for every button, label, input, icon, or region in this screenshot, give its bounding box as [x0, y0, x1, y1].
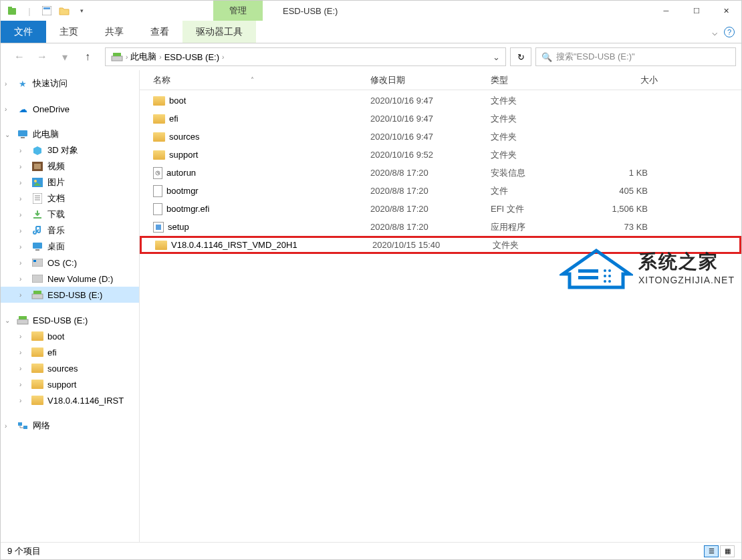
inf-icon [153, 167, 162, 179]
chevron-right-icon[interactable]: › [19, 227, 27, 235]
window-title: ESD-USB (E:) [283, 6, 338, 16]
up-button[interactable]: ↑ [80, 49, 96, 65]
svg-point-35 [604, 280, 606, 283]
sidebar-item-drive-tree[interactable]: ⌄ ESD-USB (E:) [1, 312, 139, 328]
table-row[interactable]: support 2020/10/16 9:52 文件夹 [140, 146, 741, 164]
column-name[interactable]: 名称˄ [140, 74, 364, 86]
chevron-down-icon[interactable]: ⌄ [5, 317, 13, 324]
chevron-right-icon[interactable]: › [19, 397, 27, 404]
chevron-right-icon[interactable]: › [19, 163, 27, 170]
view-icons-button[interactable]: ▦ [720, 545, 735, 557]
table-row[interactable]: bootmgr.efi 2020/8/8 17:20 EFI 文件 1,506 … [140, 200, 741, 218]
file-type: 应用程序 [484, 221, 584, 233]
qa-dropdown-icon[interactable]: ▾ [74, 3, 89, 18]
chevron-right-icon[interactable]: › [19, 211, 27, 219]
chevron-right-icon[interactable]: › [19, 275, 27, 283]
crumb-thispc[interactable]: 此电脑 [128, 51, 159, 63]
column-date[interactable]: 修改日期 [364, 74, 484, 86]
ribbon-collapse-icon[interactable]: ⌵ [712, 27, 717, 37]
chevron-right-icon[interactable]: › [19, 243, 27, 251]
sidebar-item[interactable]: › 桌面 [1, 239, 139, 255]
file-name: sources [169, 132, 200, 142]
sidebar-item[interactable]: › V18.0.4.1146_IRST [1, 392, 139, 408]
sidebar-item[interactable]: › sources [1, 360, 139, 376]
folder-icon [153, 96, 165, 106]
table-row[interactable]: autorun 2020/8/8 17:20 安装信息 1 KB [140, 164, 741, 182]
sidebar-item[interactable]: › 下载 [1, 206, 139, 223]
sidebar-item-label: 文档 [47, 192, 65, 204]
refresh-button[interactable]: ↻ [510, 47, 531, 66]
sidebar-item-onedrive[interactable]: › ☁ OneDrive [1, 101, 139, 117]
chevron-right-icon[interactable]: › [19, 381, 27, 388]
tab-file[interactable]: 文件 [1, 21, 46, 43]
chevron-right-icon[interactable]: › [19, 349, 27, 356]
file-name: boot [169, 96, 186, 106]
file-date: 2020/10/16 9:52 [364, 150, 484, 160]
chevron-right-icon[interactable]: › [19, 259, 27, 267]
address-dropdown-icon[interactable]: ⌄ [493, 52, 500, 62]
svg-rect-22 [32, 294, 43, 299]
history-dropdown-icon[interactable]: ▾ [57, 49, 73, 65]
sidebar-item[interactable]: › efi [1, 344, 139, 360]
chevron-right-icon[interactable]: › [5, 106, 13, 113]
crumb-drive[interactable]: ESD-USB (E:) [162, 52, 222, 62]
minimize-button[interactable]: ─ [651, 1, 681, 21]
sidebar-item[interactable]: › New Volume (D:) [1, 271, 139, 287]
watermark-logo-icon [560, 244, 633, 291]
sidebar-item-label: OS (C:) [47, 258, 77, 268]
svg-rect-16 [33, 217, 41, 219]
chevron-right-icon[interactable]: › [19, 179, 27, 186]
sidebar-item[interactable]: › boot [1, 328, 139, 344]
chevron-right-icon[interactable]: › [19, 195, 27, 202]
crumb-drive-icon[interactable] [108, 52, 126, 61]
column-type[interactable]: 类型 [484, 74, 584, 86]
sidebar-item-label: 图片 [47, 176, 65, 188]
view-details-button[interactable]: ☰ [704, 545, 719, 557]
address-bar[interactable]: › 此电脑 › ESD-USB (E:) › ⌄ [105, 47, 506, 66]
sidebar-item[interactable]: › 图片 [1, 174, 139, 190]
table-row[interactable]: boot 2020/10/16 9:47 文件夹 [140, 92, 741, 110]
sidebar-item[interactable]: › 文档 [1, 190, 139, 206]
table-row[interactable]: sources 2020/10/16 9:47 文件夹 [140, 128, 741, 146]
chevron-down-icon[interactable]: ⌄ [5, 131, 13, 138]
search-input[interactable]: 🔍 搜索"ESD-USB (E:)" [535, 47, 736, 66]
chevron-right-icon[interactable]: › [19, 291, 27, 299]
qa-props-icon[interactable] [39, 3, 54, 18]
qa-folder-icon[interactable] [57, 3, 72, 18]
file-date: 2020/10/15 15:40 [366, 240, 486, 250]
table-row[interactable]: efi 2020/10/16 9:47 文件夹 [140, 110, 741, 128]
sidebar-item[interactable]: › support [1, 376, 139, 392]
maximize-button[interactable]: ☐ [681, 1, 711, 21]
qa-separator: | [22, 3, 37, 18]
chevron-right-icon[interactable]: › [5, 422, 13, 430]
chevron-right-icon[interactable]: › [19, 333, 27, 340]
tab-drive-tools[interactable]: 驱动器工具 [182, 21, 256, 43]
sidebar-item-network[interactable]: › 网络 [1, 418, 139, 434]
sidebar-item[interactable]: › OS (C:) [1, 255, 139, 271]
svg-rect-0 [8, 8, 16, 15]
search-placeholder: 搜索"ESD-USB (E:)" [556, 51, 635, 63]
back-button[interactable]: ← [11, 49, 27, 65]
tab-home[interactable]: 主页 [46, 21, 92, 43]
search-icon: 🔍 [541, 52, 552, 62]
table-row[interactable]: bootmgr 2020/8/8 17:20 文件 405 KB [140, 182, 741, 200]
folder-icon [155, 241, 167, 250]
chevron-right-icon[interactable]: › [19, 147, 27, 154]
sidebar-item[interactable]: › ESD-USB (E:) [1, 287, 139, 303]
tab-share[interactable]: 共享 [92, 21, 137, 43]
forward-button[interactable]: → [34, 49, 50, 65]
chevron-right-icon[interactable]: › [222, 53, 224, 61]
sidebar-item-thispc[interactable]: ⌄ 此电脑 [1, 126, 139, 142]
sidebar-item[interactable]: › 音乐 [1, 223, 139, 239]
tab-view[interactable]: 查看 [137, 21, 182, 43]
close-button[interactable]: ✕ [711, 1, 741, 21]
column-size[interactable]: 大小 [584, 74, 664, 86]
file-name: V18.0.4.1146_IRST_VMD_20H1 [171, 240, 297, 250]
sidebar-item-quick-access[interactable]: › ★ 快速访问 [1, 76, 139, 92]
help-icon[interactable]: ? [724, 27, 735, 37]
chevron-right-icon[interactable]: › [19, 365, 27, 372]
sidebar-item[interactable]: › 视频 [1, 158, 139, 174]
sidebar-item[interactable]: › 3D 对象 [1, 142, 139, 158]
table-row[interactable]: setup 2020/8/8 17:20 应用程序 73 KB [140, 218, 741, 236]
chevron-right-icon[interactable]: › [5, 80, 13, 88]
